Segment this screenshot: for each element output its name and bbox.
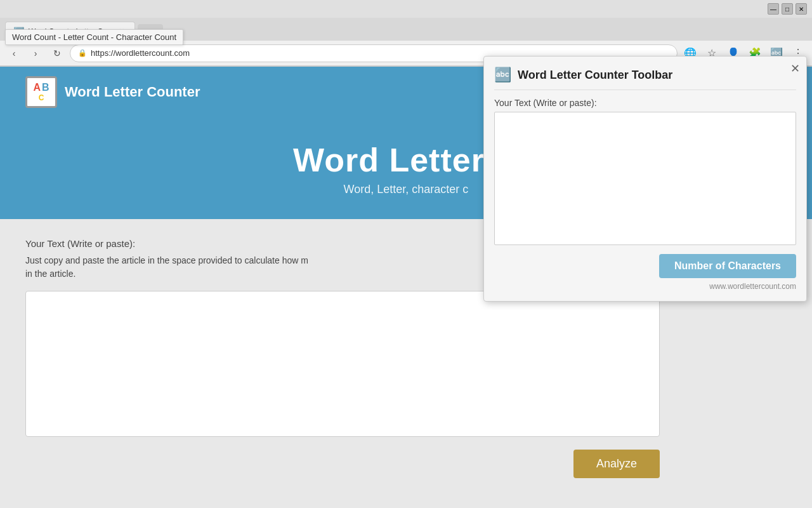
close-btn[interactable]: ✕ xyxy=(796,3,807,15)
toolbar-popup-textarea[interactable] xyxy=(494,112,796,245)
toolbar-popup-btn-row: Number of Characters xyxy=(494,254,796,278)
title-bar-controls: — □ ✕ xyxy=(768,3,807,15)
url-tooltip: Word Count - Letter Count - Character Co… xyxy=(5,29,183,45)
toolbar-popup-footer: www.wordlettercount.com xyxy=(494,282,796,291)
toolbar-popup-favicon: 🔤 xyxy=(494,67,511,83)
minimize-btn[interactable]: — xyxy=(768,3,779,15)
tooltip-text: Word Count - Letter Count - Character Co… xyxy=(12,32,176,42)
secure-icon: 🔒 xyxy=(78,49,87,57)
analyze-btn[interactable]: Analyze xyxy=(573,450,660,478)
hero-subtitle: Word, Letter, character c xyxy=(344,183,469,196)
toolbar-popup-title: Word Letter Counter Toolbar xyxy=(518,69,672,82)
main-textarea[interactable] xyxy=(25,291,660,437)
forward-btn[interactable]: › xyxy=(27,44,44,62)
logo-icon: A B C xyxy=(25,76,57,108)
analyze-row: Analyze xyxy=(25,450,660,478)
back-btn[interactable]: ‹ xyxy=(5,44,23,62)
maximize-btn[interactable]: □ xyxy=(782,3,793,15)
toolbar-popup-close-btn[interactable]: ✕ xyxy=(790,62,800,76)
toolbar-popup-label: Your Text (Write or paste): xyxy=(494,98,796,108)
site-name: Word Letter Counter xyxy=(65,84,200,100)
toolbar-popup-header: 🔤 Word Letter Counter Toolbar xyxy=(494,67,796,90)
reload-btn[interactable]: ↻ xyxy=(48,44,66,62)
address-url: https://wordlettercount.com xyxy=(91,48,190,58)
toolbar-popup: ✕ 🔤 Word Letter Counter Toolbar Your Tex… xyxy=(483,56,807,302)
site-logo: A B C Word Letter Counter xyxy=(25,76,200,108)
title-bar: — □ ✕ xyxy=(0,0,812,18)
number-of-characters-btn[interactable]: Number of Characters xyxy=(659,254,796,278)
